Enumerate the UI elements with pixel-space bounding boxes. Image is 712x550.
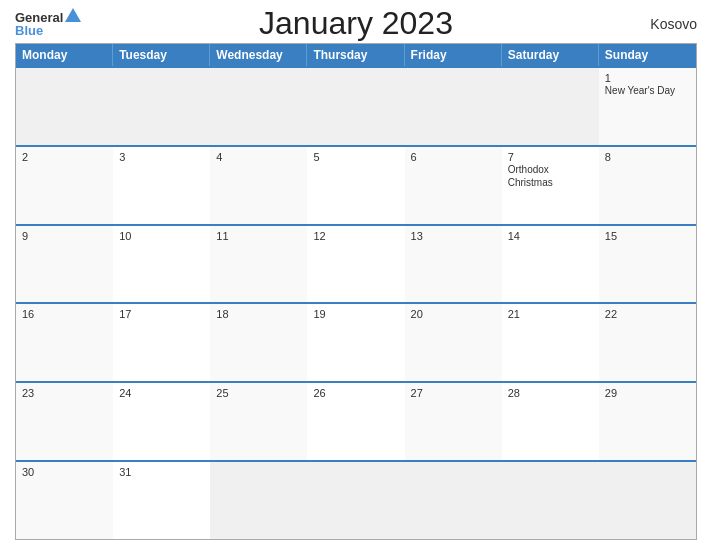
logo-triangle-icon [65,8,81,22]
day-number: 15 [605,230,690,242]
cal-cell-empty [502,462,599,539]
day-number: 31 [119,466,204,478]
col-header-monday: Monday [16,44,113,66]
day-number: 12 [313,230,398,242]
day-number: 25 [216,387,301,399]
page-header: General Blue January 2023 Kosovo [15,10,697,37]
day-number: 27 [411,387,496,399]
cal-cell-empty [502,68,599,145]
cal-cell-jan29: 29 [599,383,696,460]
calendar-week-6: 30 31 [16,460,696,539]
day-number: 20 [411,308,496,320]
day-number: 16 [22,308,107,320]
calendar-week-3: 9 10 11 12 13 14 15 [16,224,696,303]
day-event: Orthodox Christmas [508,164,553,188]
day-number: 2 [22,151,107,163]
calendar-page: General Blue January 2023 Kosovo Monday … [0,0,712,550]
cal-cell-jan28: 28 [502,383,599,460]
day-number: 17 [119,308,204,320]
calendar: Monday Tuesday Wednesday Thursday Friday… [15,43,697,540]
cal-cell-empty [113,68,210,145]
cal-cell-jan26: 26 [307,383,404,460]
calendar-body: 1 New Year's Day 2 3 4 5 6 [16,66,696,539]
cal-cell-empty [599,462,696,539]
day-number: 5 [313,151,398,163]
cal-cell-jan5: 5 [307,147,404,224]
cal-cell-jan22: 22 [599,304,696,381]
day-number: 11 [216,230,301,242]
cal-cell-jan10: 10 [113,226,210,303]
day-number: 4 [216,151,301,163]
day-number: 3 [119,151,204,163]
col-header-wednesday: Wednesday [210,44,307,66]
cal-cell-empty [405,462,502,539]
day-number: 9 [22,230,107,242]
cal-cell-jan17: 17 [113,304,210,381]
month-title: January 2023 [259,5,453,42]
day-number: 24 [119,387,204,399]
day-event: New Year's Day [605,85,675,96]
col-header-thursday: Thursday [307,44,404,66]
cal-cell-jan3: 3 [113,147,210,224]
day-number: 1 [605,72,690,84]
cal-cell-jan27: 27 [405,383,502,460]
cal-cell-jan21: 21 [502,304,599,381]
cal-cell-jan13: 13 [405,226,502,303]
cal-cell-jan20: 20 [405,304,502,381]
cal-cell-jan2: 2 [16,147,113,224]
cal-cell-jan7: 7 Orthodox Christmas [502,147,599,224]
day-number: 18 [216,308,301,320]
cal-cell-jan11: 11 [210,226,307,303]
day-number: 28 [508,387,593,399]
cal-cell-jan12: 12 [307,226,404,303]
logo: General Blue [15,10,83,37]
cal-cell-empty [307,68,404,145]
cal-cell-jan30: 30 [16,462,113,539]
cal-cell-jan1: 1 New Year's Day [599,68,696,145]
day-number: 10 [119,230,204,242]
calendar-week-4: 16 17 18 19 20 21 22 [16,302,696,381]
cal-cell-jan14: 14 [502,226,599,303]
day-number: 8 [605,151,690,163]
day-number: 19 [313,308,398,320]
cal-cell-jan23: 23 [16,383,113,460]
calendar-week-2: 2 3 4 5 6 7 Orthodox Christmas [16,145,696,224]
calendar-week-1: 1 New Year's Day [16,66,696,145]
day-number: 14 [508,230,593,242]
day-number: 26 [313,387,398,399]
col-header-saturday: Saturday [502,44,599,66]
day-number: 23 [22,387,107,399]
day-number: 13 [411,230,496,242]
cal-cell-jan4: 4 [210,147,307,224]
col-header-friday: Friday [405,44,502,66]
col-header-sunday: Sunday [599,44,696,66]
day-number: 29 [605,387,690,399]
cal-cell-jan25: 25 [210,383,307,460]
cal-cell-jan6: 6 [405,147,502,224]
logo-blue-text: Blue [15,24,43,37]
logo-general-text: General [15,11,63,24]
cal-cell-jan18: 18 [210,304,307,381]
cal-cell-jan24: 24 [113,383,210,460]
day-number: 22 [605,308,690,320]
cal-cell-jan19: 19 [307,304,404,381]
day-number: 21 [508,308,593,320]
cal-cell-empty [307,462,404,539]
col-header-tuesday: Tuesday [113,44,210,66]
cal-cell-empty [405,68,502,145]
cal-cell-empty [210,68,307,145]
cal-cell-empty [210,462,307,539]
calendar-header-row: Monday Tuesday Wednesday Thursday Friday… [16,44,696,66]
day-number: 7 [508,151,593,163]
cal-cell-jan16: 16 [16,304,113,381]
day-number: 6 [411,151,496,163]
cal-cell-jan9: 9 [16,226,113,303]
cal-cell-jan31: 31 [113,462,210,539]
cal-cell-jan15: 15 [599,226,696,303]
calendar-week-5: 23 24 25 26 27 28 29 [16,381,696,460]
country-label: Kosovo [650,16,697,32]
day-number: 30 [22,466,107,478]
cal-cell-empty [16,68,113,145]
cal-cell-jan8: 8 [599,147,696,224]
